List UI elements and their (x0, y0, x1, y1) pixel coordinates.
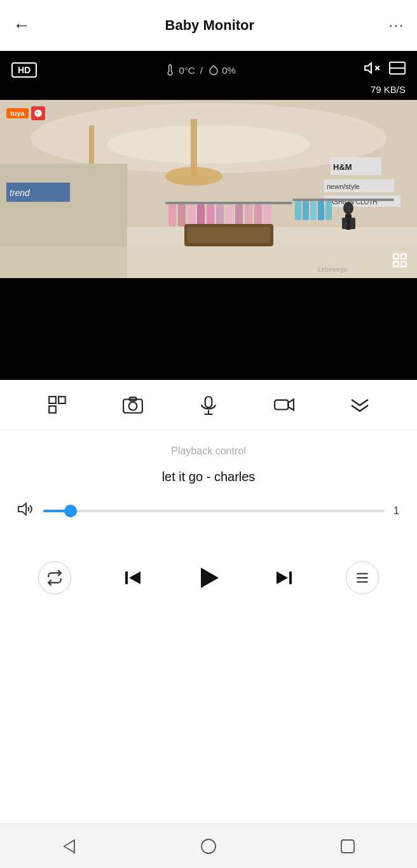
camera-button[interactable] (122, 394, 144, 416)
nav-home-button[interactable] (193, 830, 224, 862)
thermometer-icon (165, 64, 176, 76)
svg-marker-64 (289, 400, 294, 410)
svg-rect-31 (245, 204, 252, 227)
svg-marker-0 (365, 63, 371, 73)
temp-value: 0°C (179, 65, 195, 76)
svg-text:newn/style: newn/style (327, 183, 360, 190)
scan-button[interactable] (46, 394, 68, 416)
video-black-area (0, 278, 417, 380)
play-button[interactable] (195, 564, 222, 592)
volume-icon (18, 502, 34, 519)
repeat-button[interactable] (38, 561, 71, 594)
song-title: let it go - charles (18, 470, 399, 484)
volume-thumb[interactable] (64, 505, 77, 517)
page-title: Baby Monitor (165, 17, 255, 34)
video-overlay-top: HD 0°C / 0% (0, 51, 417, 84)
svg-rect-45 (350, 218, 355, 229)
more-button[interactable]: ··· (389, 17, 404, 34)
svg-rect-53 (401, 262, 406, 267)
svg-rect-34 (292, 199, 394, 201)
svg-text:H&M: H&M (333, 162, 352, 172)
svg-rect-22 (165, 202, 292, 204)
svg-marker-68 (201, 568, 219, 588)
svg-rect-41 (188, 227, 270, 243)
volume-row: 1 (18, 502, 399, 519)
svg-rect-29 (226, 204, 233, 227)
svg-rect-27 (207, 204, 214, 227)
overlay-icons (364, 60, 406, 80)
svg-rect-46 (0, 246, 417, 278)
svg-point-42 (343, 202, 353, 214)
svg-point-7 (107, 125, 310, 164)
svg-rect-25 (188, 204, 195, 227)
svg-point-75 (202, 839, 215, 853)
svg-rect-26 (197, 204, 205, 227)
svg-rect-36 (303, 201, 309, 220)
video-container: HD 0°C / 0% (0, 51, 417, 380)
microphone-button[interactable] (198, 394, 219, 416)
svg-rect-54 (49, 396, 56, 403)
svg-rect-32 (254, 204, 262, 227)
svg-rect-35 (295, 201, 301, 220)
svg-rect-60 (205, 396, 212, 407)
nav-recent-button[interactable] (332, 830, 364, 862)
next-button[interactable] (274, 568, 294, 588)
back-button[interactable]: ← (13, 17, 31, 34)
svg-rect-24 (178, 204, 186, 227)
volume-slider[interactable] (43, 510, 385, 512)
screen-layout-icon[interactable] (389, 61, 406, 79)
svg-rect-50 (393, 254, 399, 259)
svg-rect-39 (325, 201, 332, 220)
svg-rect-33 (264, 204, 271, 227)
svg-text:trend: trend (10, 188, 31, 198)
svg-rect-52 (393, 262, 399, 267)
tuya-badge: tuya T (6, 106, 45, 120)
volume-value: 1 (393, 505, 399, 517)
svg-rect-51 (401, 254, 406, 259)
prev-button[interactable] (123, 568, 143, 588)
svg-rect-44 (342, 218, 347, 229)
svg-rect-37 (310, 201, 317, 220)
svg-rect-63 (275, 400, 288, 410)
app-header: ← Baby Monitor ··· (0, 0, 417, 51)
svg-marker-70 (277, 571, 288, 584)
video-button[interactable] (273, 394, 295, 416)
svg-rect-76 (341, 840, 354, 853)
svg-point-58 (128, 402, 137, 410)
mute-icon[interactable] (364, 60, 380, 80)
bottom-navigation (0, 823, 417, 868)
svg-rect-66 (125, 571, 128, 584)
speed-info: 79 KB/S (0, 84, 417, 100)
humidity-value: 0% (222, 65, 236, 76)
svg-rect-55 (58, 396, 65, 403)
svg-point-11 (165, 167, 222, 186)
fullscreen-icon[interactable] (392, 252, 408, 272)
tuya-logo: tuya (6, 108, 29, 118)
svg-rect-23 (168, 204, 176, 227)
playback-controls (0, 555, 417, 613)
nav-back-button[interactable] (53, 830, 85, 862)
svg-rect-30 (235, 204, 243, 227)
camera-feed: trend H&M newn/style FASHION CLOTH (0, 100, 417, 278)
mall-scene: trend H&M newn/style FASHION CLOTH (0, 100, 417, 278)
playback-section: Playback control let it go - charles 1 (0, 430, 417, 555)
svg-rect-69 (289, 571, 292, 584)
temp-humidity-info: 0°C / 0% (165, 64, 235, 76)
svg-marker-67 (129, 571, 140, 584)
humidity-icon (208, 64, 219, 76)
svg-rect-38 (318, 201, 324, 220)
tuya-icon2: T (31, 106, 45, 120)
playback-label: Playback control (18, 445, 399, 457)
controls-bar (0, 380, 417, 430)
svg-text:T: T (36, 111, 38, 115)
more-controls-button[interactable] (349, 397, 371, 412)
playlist-button[interactable] (346, 561, 379, 594)
svg-marker-65 (18, 503, 26, 515)
svg-rect-28 (216, 204, 224, 227)
svg-text:Lebewego: Lebewego (318, 266, 348, 273)
svg-marker-74 (64, 840, 74, 853)
svg-rect-56 (49, 406, 56, 413)
hd-badge: HD (11, 62, 37, 78)
